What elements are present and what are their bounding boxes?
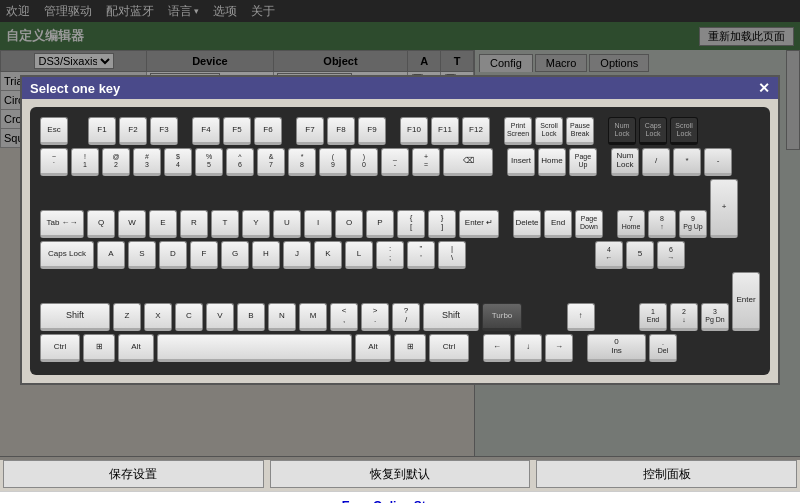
key-home[interactable]: Home: [538, 148, 566, 176]
restore-button[interactable]: 恢复到默认: [270, 460, 531, 488]
key-insert[interactable]: Insert: [507, 148, 535, 176]
key-bracket-open[interactable]: {[: [397, 210, 425, 238]
key-9[interactable]: (9: [319, 148, 347, 176]
key-k[interactable]: K: [314, 241, 342, 269]
key-x[interactable]: X: [144, 303, 172, 331]
key-f7[interactable]: F7: [296, 117, 324, 145]
key-tab[interactable]: Tab ←→: [40, 210, 84, 238]
key-backslash[interactable]: |\: [438, 241, 466, 269]
key-numpad-decimal[interactable]: .Del: [649, 334, 677, 362]
key-shift-right[interactable]: Shift: [423, 303, 479, 331]
key-num-lock[interactable]: NumLock: [611, 148, 639, 176]
key-shift-left[interactable]: Shift: [40, 303, 110, 331]
key-slash[interactable]: ?/: [392, 303, 420, 331]
key-spacebar[interactable]: [157, 334, 352, 362]
key-numpad-7[interactable]: 7Home: [617, 210, 645, 238]
key-arrow-right[interactable]: →: [545, 334, 573, 362]
key-arrow-up[interactable]: ↑: [567, 303, 595, 331]
key-4[interactable]: $4: [164, 148, 192, 176]
key-esc[interactable]: Esc: [40, 117, 68, 145]
key-semicolon[interactable]: :;: [376, 241, 404, 269]
key-numpad-5[interactable]: 5: [626, 241, 654, 269]
key-e[interactable]: E: [149, 210, 177, 238]
key-numpad-1[interactable]: 1End: [639, 303, 667, 331]
key-numpad-3[interactable]: 3Pg Dn: [701, 303, 729, 331]
key-numpad-6[interactable]: 6→: [657, 241, 685, 269]
key-f6[interactable]: F6: [254, 117, 282, 145]
key-a[interactable]: A: [97, 241, 125, 269]
key-c[interactable]: C: [175, 303, 203, 331]
key-pause-break[interactable]: PauseBreak: [566, 117, 594, 145]
key-f9[interactable]: F9: [358, 117, 386, 145]
key-period[interactable]: >.: [361, 303, 389, 331]
key-numpad-minus[interactable]: -: [704, 148, 732, 176]
key-u[interactable]: U: [273, 210, 301, 238]
key-3[interactable]: #3: [133, 148, 161, 176]
key-f2[interactable]: F2: [119, 117, 147, 145]
key-l[interactable]: L: [345, 241, 373, 269]
key-arrow-left[interactable]: ←: [483, 334, 511, 362]
key-o[interactable]: O: [335, 210, 363, 238]
key-print-screen[interactable]: PrintScreen: [504, 117, 532, 145]
key-equals[interactable]: +=: [412, 148, 440, 176]
key-r[interactable]: R: [180, 210, 208, 238]
key-page-down[interactable]: PageDown: [575, 210, 603, 238]
key-8[interactable]: *8: [288, 148, 316, 176]
key-0[interactable]: )0: [350, 148, 378, 176]
key-numpad-4[interactable]: 4←: [595, 241, 623, 269]
key-d[interactable]: D: [159, 241, 187, 269]
key-scroll-lock[interactable]: ScrollLock: [535, 117, 563, 145]
key-g[interactable]: G: [221, 241, 249, 269]
key-q[interactable]: Q: [87, 210, 115, 238]
key-1[interactable]: !1: [71, 148, 99, 176]
key-comma[interactable]: <,: [330, 303, 358, 331]
key-2[interactable]: @2: [102, 148, 130, 176]
key-7[interactable]: &7: [257, 148, 285, 176]
key-numpad-0[interactable]: 0Ins: [587, 334, 646, 362]
key-f5[interactable]: F5: [223, 117, 251, 145]
key-v[interactable]: V: [206, 303, 234, 331]
key-page-up[interactable]: PageUp: [569, 148, 597, 176]
key-p[interactable]: P: [366, 210, 394, 238]
key-arrow-down[interactable]: ↓: [514, 334, 542, 362]
key-t[interactable]: T: [211, 210, 239, 238]
key-numpad-plus[interactable]: +: [710, 179, 738, 238]
key-f10[interactable]: F10: [400, 117, 428, 145]
key-i[interactable]: I: [304, 210, 332, 238]
save-button[interactable]: 保存设置: [3, 460, 264, 488]
key-numpad-2[interactable]: 2↓: [670, 303, 698, 331]
key-f11[interactable]: F11: [431, 117, 459, 145]
key-n[interactable]: N: [268, 303, 296, 331]
key-numpad-enter[interactable]: Enter: [732, 272, 760, 331]
key-h[interactable]: H: [252, 241, 280, 269]
key-b[interactable]: B: [237, 303, 265, 331]
key-backspace[interactable]: ⌫: [443, 148, 493, 176]
key-minus[interactable]: _-: [381, 148, 409, 176]
key-backtick[interactable]: ~`: [40, 148, 68, 176]
key-bracket-close[interactable]: }]: [428, 210, 456, 238]
key-ctrl-right[interactable]: Ctrl: [429, 334, 469, 362]
key-numpad-8[interactable]: 8↑: [648, 210, 676, 238]
key-f1[interactable]: F1: [88, 117, 116, 145]
key-win-right[interactable]: ⊞: [394, 334, 426, 362]
key-j[interactable]: J: [283, 241, 311, 269]
modal-close-button[interactable]: ✕: [758, 80, 770, 96]
key-f12[interactable]: F12: [462, 117, 490, 145]
key-f4[interactable]: F4: [192, 117, 220, 145]
key-alt-right[interactable]: Alt: [355, 334, 391, 362]
key-quote[interactable]: "': [407, 241, 435, 269]
key-enter[interactable]: Enter ↵: [459, 210, 499, 238]
key-caps-lock[interactable]: Caps Lock: [40, 241, 94, 269]
footer-link[interactable]: Easy Online Storage: [6, 499, 794, 504]
key-numpad-asterisk[interactable]: *: [673, 148, 701, 176]
key-s[interactable]: S: [128, 241, 156, 269]
key-5[interactable]: %5: [195, 148, 223, 176]
key-y[interactable]: Y: [242, 210, 270, 238]
key-w[interactable]: W: [118, 210, 146, 238]
key-m[interactable]: M: [299, 303, 327, 331]
key-end[interactable]: End: [544, 210, 572, 238]
key-turbo[interactable]: Turbo: [482, 303, 522, 331]
key-f[interactable]: F: [190, 241, 218, 269]
key-numpad-9[interactable]: 9Pg Up: [679, 210, 707, 238]
key-win-left[interactable]: ⊞: [83, 334, 115, 362]
